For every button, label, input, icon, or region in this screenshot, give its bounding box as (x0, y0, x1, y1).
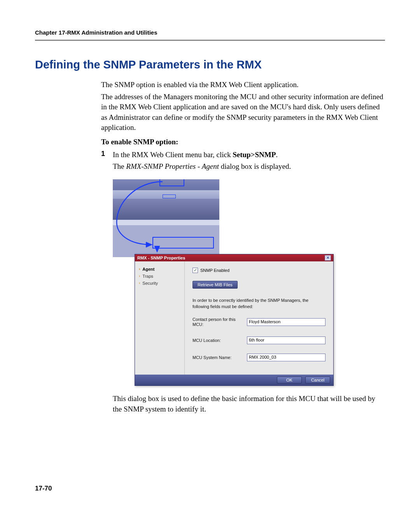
nav-item-agent[interactable]: › Agent (139, 267, 180, 272)
step-1: 1 In the RMX Web Client menu bar, click … (101, 150, 385, 160)
nav-item-label: Traps (142, 274, 153, 279)
callout-box-menu-item (163, 194, 176, 198)
step-1b-post: dialog box is displayed. (219, 162, 291, 170)
paragraph-4: This dialog box is used to define the ba… (113, 394, 385, 414)
nav-item-label: Agent (142, 267, 154, 272)
step-1-suffix: . (276, 151, 278, 159)
app-toolbar (113, 199, 219, 220)
field-sysname-label: MCU System Name: (192, 355, 242, 360)
step-1-prefix: In the RMX Web Client menu bar, click (113, 151, 233, 159)
dialog-footer: OK Cancel (135, 375, 333, 385)
field-sysname-input[interactable]: RMX 2000_03 (247, 354, 326, 361)
ok-button[interactable]: OK (277, 377, 302, 384)
chevron-right-icon: › (139, 267, 140, 271)
subhead-enable: To enable SNMP option: (101, 137, 385, 147)
nav-item-label: Security (142, 281, 158, 286)
cancel-button[interactable]: Cancel (305, 377, 330, 384)
paragraph-2: The addresses of the Managers monitoring… (101, 92, 385, 133)
field-location-input[interactable]: 6th floor (247, 336, 326, 344)
close-icon[interactable]: ✕ (325, 255, 331, 261)
header-rule (35, 40, 385, 41)
field-contact-label: Contact person for this MCU: (192, 317, 242, 327)
dialog-body: › Agent › Traps › Security ✓ SNM (135, 261, 333, 375)
app-window-fragment (113, 179, 219, 257)
chevron-right-icon: › (139, 274, 140, 278)
step-number: 1 (101, 150, 113, 160)
snmp-properties-dialog: RMX - SNMP Properties ✕ › Agent › Traps … (135, 254, 334, 386)
figure-snmp-dialog: RMX - SNMP Properties ✕ › Agent › Traps … (113, 179, 334, 386)
step-1-menu-path: Setup>SNMP (233, 151, 276, 159)
dialog-titlebar: RMX - SNMP Properties ✕ (135, 254, 333, 261)
retrieve-mib-button[interactable]: Retrieve MIB Files (192, 281, 238, 289)
field-location-label: MCU Location: (192, 338, 242, 343)
dialog-title-text: RMX - SNMP Properties (137, 256, 185, 260)
step-1-text: In the RMX Web Client menu bar, click Se… (113, 150, 385, 160)
snmp-enabled-checkbox[interactable]: ✓ (192, 268, 198, 273)
page: Chapter 17-RMX Administration and Utilit… (0, 0, 420, 508)
app-strip (113, 220, 219, 225)
snmp-enabled-label: SNMP Enabled (200, 268, 229, 273)
instruction-text: In order to be correctly identified by t… (192, 297, 326, 310)
step-1-result: The RMX-SNMP Properties - Agent dialog b… (113, 161, 385, 172)
page-number: 17-70 (35, 485, 52, 492)
paragraph-1: The SNMP option is enabled via the RMX W… (101, 80, 385, 90)
step-1b-pre: The (113, 162, 126, 170)
running-header: Chapter 17-RMX Administration and Utilit… (35, 29, 385, 36)
field-location-row: MCU Location: 6th floor (192, 336, 326, 344)
chevron-right-icon: › (139, 281, 140, 285)
field-contact-row: Contact person for this MCU: Floyd Maste… (192, 317, 326, 327)
field-contact-input[interactable]: Floyd Masterson (247, 318, 326, 326)
nav-item-security[interactable]: › Security (139, 281, 180, 286)
step-1b-dialog-name: RMX-SNMP Properties - Agent (126, 162, 219, 170)
snmp-enabled-row: ✓ SNMP Enabled (192, 268, 326, 273)
callout-box-setup (159, 179, 184, 186)
dialog-panel-agent: ✓ SNMP Enabled Retrieve MIB Files In ord… (185, 261, 333, 375)
dialog-nav: › Agent › Traps › Security (135, 261, 185, 375)
field-sysname-row: MCU System Name: RMX 2000_03 (192, 354, 326, 361)
section-title: Defining the SNMP Parameters in the RMX (35, 58, 385, 71)
callout-box-dialog (152, 237, 214, 249)
nav-item-traps[interactable]: › Traps (139, 274, 180, 279)
